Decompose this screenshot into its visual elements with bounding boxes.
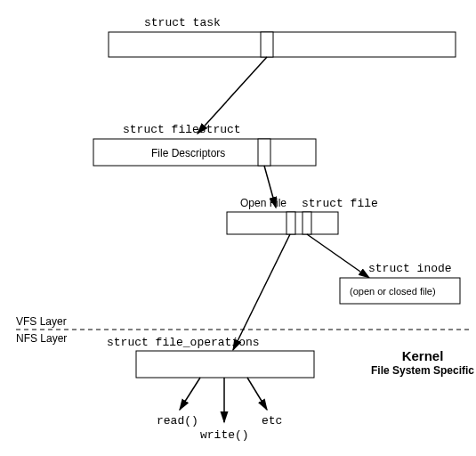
arrow-file-to-inode	[307, 234, 369, 278]
arrow-fops-to-read	[180, 378, 200, 410]
struct-filestruct-box: File Descriptors	[93, 139, 316, 166]
svg-rect-4	[227, 212, 338, 234]
svg-rect-1	[261, 32, 273, 57]
arrow-file-to-fops	[233, 234, 290, 350]
struct-task-title: struct task	[144, 16, 221, 29]
open-file-label: Open File	[240, 197, 286, 209]
arrow-fops-to-etc	[247, 378, 267, 410]
struct-task-box	[109, 32, 456, 57]
call-etc-label: etc	[262, 414, 282, 428]
struct-file-box	[227, 212, 338, 234]
struct-inode-box: (open or closed file)	[340, 278, 460, 304]
svg-rect-5	[286, 212, 295, 234]
struct-filestruct-title: struct filestruct	[123, 123, 241, 136]
struct-fops-box	[136, 351, 314, 378]
call-read-label: read()	[157, 414, 198, 428]
annotation-kernel: Kernel	[402, 348, 444, 363]
nfs-layer-label: NFS Layer	[16, 332, 67, 345]
struct-fops-title: struct file_operations	[107, 336, 260, 349]
svg-rect-8	[136, 351, 314, 378]
svg-rect-6	[303, 212, 311, 234]
struct-filestruct-label: File Descriptors	[151, 147, 225, 159]
svg-rect-0	[109, 32, 456, 57]
annotation-subtitle: File System Specific	[371, 364, 474, 377]
struct-inode-title: struct inode	[368, 262, 452, 275]
svg-rect-3	[258, 139, 270, 166]
vfs-layer-label: VFS Layer	[16, 315, 67, 328]
call-write-label: write()	[200, 428, 249, 442]
struct-file-title: struct file	[302, 197, 378, 210]
struct-inode-label: (open or closed file)	[350, 286, 436, 297]
